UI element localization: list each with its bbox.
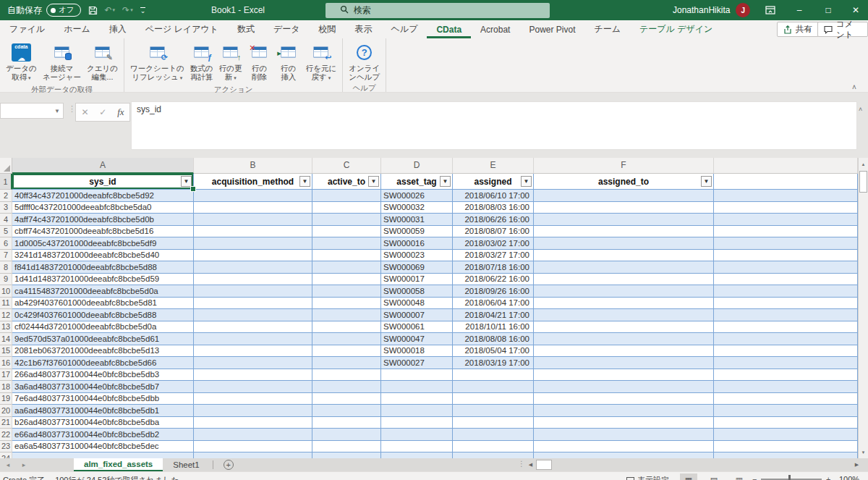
- row-header-13[interactable]: 13: [0, 321, 12, 334]
- cell-D6[interactable]: SW000016: [381, 237, 453, 250]
- row-header-19[interactable]: 19: [0, 393, 12, 405]
- autosave-toggle[interactable]: 自動保存 オフ: [7, 4, 81, 17]
- cell-F21[interactable]: [534, 417, 714, 429]
- close-button[interactable]: ✕: [843, 0, 868, 20]
- cell-F20[interactable]: [534, 405, 714, 417]
- cell-B23[interactable]: [194, 441, 312, 453]
- name-box-dropdown-icon[interactable]: ▼: [51, 108, 63, 114]
- header-cell-active_to[interactable]: active_to▼: [312, 174, 381, 190]
- cancel-icon[interactable]: ✕: [81, 107, 88, 117]
- ribbon-display-options-icon[interactable]: [758, 0, 783, 20]
- cell-E18[interactable]: [453, 381, 534, 393]
- column-header-G[interactable]: [714, 158, 858, 174]
- cell-E13[interactable]: 2018/10/11 16:00: [453, 321, 534, 334]
- cell-C12[interactable]: [312, 309, 381, 321]
- cell-B9[interactable]: [194, 274, 312, 286]
- update-rows-button[interactable]: ↑行の更新 ▾: [216, 41, 245, 83]
- cell-G15[interactable]: [714, 345, 858, 358]
- cell-D23[interactable]: [381, 441, 453, 453]
- normal-view-icon[interactable]: ▦: [680, 473, 697, 480]
- row-header-15[interactable]: 15: [0, 345, 12, 358]
- scroll-right-icon[interactable]: ▶: [851, 462, 862, 468]
- cell-B24[interactable]: [194, 452, 312, 458]
- cell-D2[interactable]: SW000026: [381, 190, 453, 202]
- cell-A19[interactable]: 7e6ad4803773100044e0bfc8bcbe5dbb: [12, 393, 194, 405]
- cell-C2[interactable]: [312, 190, 381, 202]
- row-header-23[interactable]: 23: [0, 441, 12, 453]
- cell-A17[interactable]: 266ad4803773100044e0bfc8bcbe5db3: [12, 369, 194, 382]
- cell-B11[interactable]: [194, 298, 312, 310]
- cell-A3[interactable]: 5dfff0c437201000deeabfc8bcbe5da0: [12, 202, 194, 214]
- sheet-nav-right-icon[interactable]: ▸: [16, 458, 32, 471]
- header-cell-acquisition_method[interactable]: acquisition_method▼: [194, 174, 312, 190]
- cell-D11[interactable]: SW000048: [381, 298, 453, 310]
- cell-A23[interactable]: ea6a54803773100044e0bfc8bcbe5dec: [12, 441, 194, 453]
- cell-C24[interactable]: [312, 452, 381, 458]
- ribbon-tab-review[interactable]: 校閲: [310, 20, 346, 38]
- filter-dropdown-icon[interactable]: ▼: [701, 176, 712, 187]
- vertical-scrollbar[interactable]: ▲ ▼: [858, 158, 868, 458]
- cell-D3[interactable]: SW000032: [381, 202, 453, 214]
- row-header-2[interactable]: 2: [0, 190, 12, 202]
- scroll-left-icon[interactable]: ◀: [525, 462, 536, 468]
- cell-B2[interactable]: [194, 190, 312, 202]
- horizontal-scrollbar[interactable]: ◀ ▶: [525, 458, 862, 471]
- ribbon-tab-data[interactable]: データ: [264, 20, 310, 38]
- cell-G2[interactable]: [714, 190, 858, 202]
- cell-A18[interactable]: 3a6ad4803773100044e0bfc8bcbe5db7: [12, 381, 194, 393]
- cell-A7[interactable]: 3241d14837201000deeabfc8bcbe5d40: [12, 250, 194, 262]
- cell-B22[interactable]: [194, 429, 312, 441]
- cell-G9[interactable]: [714, 274, 858, 286]
- cell-C14[interactable]: [312, 333, 381, 345]
- cell-A11[interactable]: ab429f4037601000deeabfc8bcbe5d81: [12, 298, 194, 310]
- cell-B3[interactable]: [194, 202, 312, 214]
- page-break-view-icon[interactable]: ▥: [731, 473, 748, 480]
- cell-C17[interactable]: [312, 369, 381, 382]
- insert-rows-button[interactable]: ▸行の挿入: [274, 41, 303, 82]
- cell-E7[interactable]: 2018/03/27 17:00: [453, 250, 534, 262]
- cell-C10[interactable]: [312, 285, 381, 298]
- cell-C5[interactable]: [312, 226, 381, 238]
- cell-A12[interactable]: 0c429f4037601000deeabfc8bcbe5d88: [12, 309, 194, 321]
- cell-A15[interactable]: 2081eb0637201000deeabfc8bcbe5d13: [12, 345, 194, 358]
- cell-G16[interactable]: [714, 357, 858, 369]
- cell-E6[interactable]: 2018/03/02 17:00: [453, 237, 534, 250]
- cell-B19[interactable]: [194, 393, 312, 405]
- cell-G20[interactable]: [714, 405, 858, 417]
- cell-D5[interactable]: SW000059: [381, 226, 453, 238]
- cell-D16[interactable]: SW000027: [381, 357, 453, 369]
- select-all-button[interactable]: [0, 158, 12, 174]
- cell-G12[interactable]: [714, 309, 858, 321]
- cell-G21[interactable]: [714, 417, 858, 429]
- cell-A21[interactable]: b26ad4803773100044e0bfc8bcbe5dba: [12, 417, 194, 429]
- undo-button[interactable]: ↶▾: [105, 5, 116, 15]
- cell-C16[interactable]: [312, 357, 381, 369]
- account-area[interactable]: JonathanHikita J: [673, 0, 750, 20]
- share-button[interactable]: 共有: [777, 22, 819, 37]
- cell-E21[interactable]: [453, 417, 534, 429]
- cell-E10[interactable]: 2018/09/26 16:00: [453, 285, 534, 298]
- zoom-out-icon[interactable]: −: [752, 475, 757, 480]
- cell-A16[interactable]: 42c1b67f37601000deeabfc8bcbe5d66: [12, 357, 194, 369]
- cell-F3[interactable]: [534, 202, 714, 214]
- cell-B10[interactable]: [194, 285, 312, 298]
- cell-B16[interactable]: [194, 357, 312, 369]
- cell-A6[interactable]: 1d0005c437201000deeabfc8bcbe5df9: [12, 237, 194, 250]
- formula-input[interactable]: sys_id: [131, 101, 857, 150]
- new-sheet-button[interactable]: +: [224, 460, 234, 470]
- cell-F7[interactable]: [534, 250, 714, 262]
- cell-G13[interactable]: [714, 321, 858, 334]
- cell-F14[interactable]: [534, 333, 714, 345]
- cell-F10[interactable]: [534, 285, 714, 298]
- refresh-worksheet-button[interactable]: ⟳ワークシートのリフレッシュ ▾: [127, 41, 187, 83]
- cell-D7[interactable]: SW000023: [381, 250, 453, 262]
- cell-B7[interactable]: [194, 250, 312, 262]
- filter-dropdown-icon[interactable]: ▼: [299, 176, 310, 187]
- column-header-E[interactable]: E: [453, 158, 534, 174]
- cell-A22[interactable]: e66ad4803773100044e0bfc8bcbe5db2: [12, 429, 194, 441]
- cell-B20[interactable]: [194, 405, 312, 417]
- header-cell-assigned_to[interactable]: assigned_to▼: [534, 174, 714, 190]
- cell-G11[interactable]: [714, 298, 858, 310]
- online-help-button[interactable]: ?オンラインヘルプ: [346, 41, 383, 82]
- comments-button[interactable]: コメント: [817, 22, 868, 37]
